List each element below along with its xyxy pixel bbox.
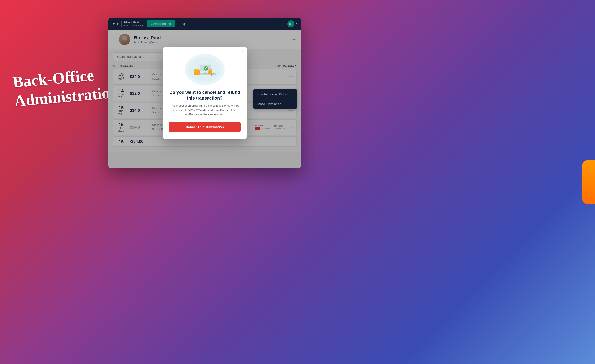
modal-overlay: × — [108, 18, 301, 168]
cancel-this-transaction-button[interactable]: Cancel This Transaction — [169, 122, 241, 132]
modal-title: Do you want to cancel and refund this tr… — [169, 89, 241, 101]
modal-close-button[interactable]: × — [242, 50, 244, 54]
svg-rect-16 — [211, 74, 212, 76]
svg-rect-8 — [203, 73, 208, 74]
svg-text:✓: ✓ — [205, 67, 207, 70]
svg-rect-10 — [194, 69, 199, 71]
cancel-refund-modal: × — [163, 47, 247, 139]
app-window: ✦✦ Advent Health Rx Plus Pharmacy Admini… — [108, 18, 301, 168]
svg-rect-14 — [209, 70, 212, 71]
modal-description: The prescription order will be cancelled… — [169, 104, 241, 117]
modal-illustration: ✓ — [185, 54, 225, 85]
illustration-svg: ✓ — [187, 56, 222, 83]
decorative-orange-bar — [582, 160, 595, 204]
svg-rect-15 — [209, 73, 214, 74]
